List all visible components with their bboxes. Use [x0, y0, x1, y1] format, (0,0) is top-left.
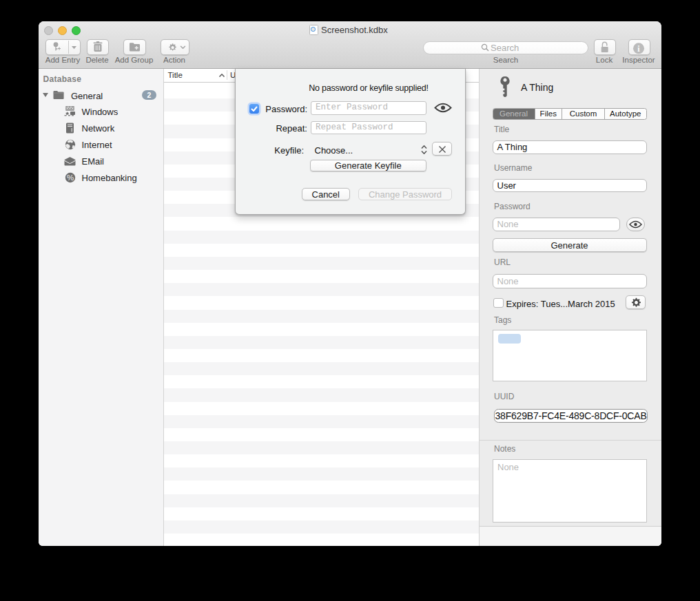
svg-text:%: %	[66, 173, 73, 182]
